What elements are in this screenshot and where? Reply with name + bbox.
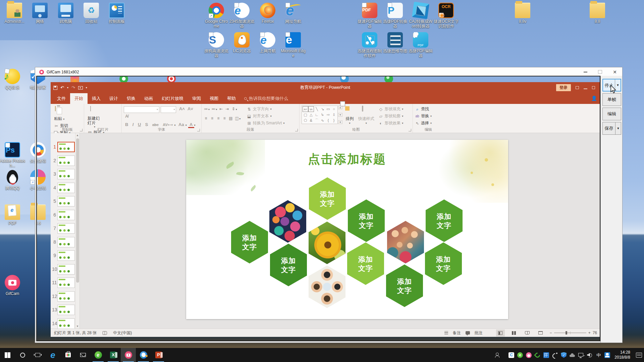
paste-button[interactable]: 粘贴 ▾ [53, 106, 66, 122]
underline-button[interactable]: U [137, 122, 142, 127]
decrease-indent-icon[interactable]: ⇤ [219, 107, 223, 111]
hexagon-photo-kids-circle[interactable] [309, 265, 345, 308]
tab-文件[interactable]: 文件 [53, 93, 70, 104]
ppt-minimize-icon[interactable] [584, 88, 587, 89]
desktop-icon-pdf_folder[interactable]: PDF [0, 204, 25, 226]
taskbar-excel-button[interactable]: X [106, 348, 121, 362]
tray-360-icon[interactable] [517, 352, 523, 358]
clipboard-dialog-launcher[interactable] [80, 129, 83, 131]
taskbar-edge-button[interactable]: e [45, 348, 60, 362]
hexagon-photo-sunflower[interactable] [309, 222, 345, 264]
line-spacing-icon[interactable]: ⇕ [231, 107, 236, 111]
tray-shield-icon[interactable] [561, 352, 567, 358]
gifcam-close-button[interactable]: ✕ [607, 67, 622, 76]
slide-thumbnail-14[interactable]: 14 [52, 318, 75, 329]
customize-qat-icon[interactable]: ▾ [86, 86, 87, 89]
tab-开始[interactable]: 开始 [70, 93, 88, 104]
desktop-icon-js_ocr[interactable]: 捷速OCR文字识别软件 [433, 3, 459, 28]
desktop-icon-folder_86[interactable]: 8.6 [25, 204, 51, 226]
font-name-combo[interactable]: ▾ [124, 106, 159, 113]
slideshow-button[interactable] [536, 329, 545, 337]
thumbnail-scrollbar[interactable]: ▲ ▼ [75, 133, 79, 328]
italic-button[interactable]: I [131, 122, 135, 127]
desktop-icon-web_nav[interactable]: 上网导航 [255, 32, 280, 53]
paragraph-dialog-launcher[interactable] [295, 129, 298, 131]
desktop-icon-xj_pdf_converter[interactable]: 迅捷PDF转换器 [382, 3, 408, 28]
align-left-icon[interactable]: ≡ [204, 116, 208, 121]
distribute-icon[interactable]: ▤ [228, 116, 233, 121]
slide-sorter-button[interactable] [509, 329, 518, 337]
align-text-button[interactable]: ⬓对齐文本 ▾ [247, 113, 285, 119]
zoom-slider[interactable] [554, 333, 586, 333]
grow-font-button[interactable]: A˄ [178, 106, 186, 111]
desktop-icon-network[interactable]: 网络 [27, 3, 53, 24]
desktop-icon-xj_flowchart[interactable]: 迅捷流程图制作软件 [357, 32, 382, 58]
hexagon-text-3[interactable]: 添加文字 [348, 199, 385, 242]
desktop-icon-firefox[interactable]: Firefox [255, 3, 280, 24]
text-direction-button[interactable]: ⇅文字方向 ▾ [247, 106, 285, 112]
save-icon[interactable] [53, 86, 57, 90]
drawing-dialog-launcher[interactable] [409, 129, 411, 131]
gifcam-edit-button[interactable]: 编辑 [602, 108, 621, 120]
taskbar-gifcam-button[interactable] [121, 348, 136, 362]
desktop-icon-chrome[interactable]: Google Chrome [204, 3, 229, 28]
desktop-icon-administrator[interactable]: Administr... [2, 3, 27, 24]
bullets-icon[interactable]: ≔ [204, 107, 208, 111]
hexagon-text-12[interactable]: 添加文字 [386, 264, 423, 307]
hexagon-photo-children[interactable] [387, 221, 424, 263]
scrollbar-thumb[interactable] [76, 138, 79, 283]
zoom-percentage[interactable]: 76 [593, 330, 597, 335]
language-status[interactable]: 中文(中国) [113, 330, 132, 336]
desktop-icon-js_pdf_editor[interactable]: 捷速PDF编辑器 [357, 3, 382, 28]
hexagon-text-4[interactable]: 添加文字 [426, 199, 463, 242]
thumbnail-preview[interactable] [57, 250, 75, 261]
tray-qq-icon[interactable] [604, 352, 610, 358]
taskbar-qq-button[interactable] [136, 348, 151, 362]
task-view-button[interactable] [30, 348, 45, 362]
tray-cloud-icon[interactable] [570, 352, 575, 358]
font-size-combo[interactable]: ▾ [161, 106, 176, 113]
undo-dropdown[interactable]: ▾ [67, 86, 68, 89]
desktop-icon-folder_88v[interactable]: 8.8v [510, 3, 535, 24]
hexagon-text-9[interactable]: 添加文字 [347, 242, 384, 285]
convert-smartart-button[interactable]: ⊞转换为 SmartArt ▾ [247, 120, 285, 126]
bold-button[interactable]: B [124, 122, 129, 127]
taskbar-store-button[interactable] [60, 348, 75, 362]
tray-fetion-icon[interactable] [535, 352, 540, 358]
zoom-in-button[interactable]: + [588, 330, 591, 335]
slide-thumbnail-7[interactable]: 7 [52, 223, 75, 234]
notes-toggle[interactable]: 备注 [453, 330, 461, 336]
font-dialog-launcher[interactable] [197, 129, 200, 131]
select-button[interactable]: ⇖选择 ▾ [415, 120, 432, 126]
change-case-button[interactable]: Aa [177, 122, 185, 127]
quick-styles-button[interactable]: 快速样式▾ [357, 106, 376, 125]
slide-thumbnail-10[interactable]: 10 [52, 264, 75, 275]
char-spacing-button[interactable]: AV⟷ [161, 123, 174, 127]
slide-thumbnail-8[interactable]: 8 [52, 237, 75, 247]
gifcam-title-bar[interactable]: GifCam 1681x802 ✕ [35, 67, 623, 76]
desktop-icon-bird_wallpaper[interactable]: 小鸟壁纸 [25, 169, 51, 190]
comments-icon[interactable] [466, 331, 470, 335]
tab-视图[interactable]: 视图 [205, 93, 223, 104]
start-slideshow-icon[interactable] [78, 86, 83, 89]
undo-icon[interactable]: ↶ [60, 85, 64, 90]
slide-thumbnail-12[interactable]: 12 [52, 291, 75, 302]
thumbnail-preview[interactable] [57, 156, 75, 166]
desktop-icon-xj_pdf_editor2[interactable]: 迅捷PDF编辑器 [408, 32, 433, 58]
thumbnail-preview[interactable] [57, 305, 75, 315]
thumbnail-preview[interactable] [57, 183, 75, 193]
tab-设计[interactable]: 设计 [105, 93, 122, 104]
hexagon-photo-balloons[interactable] [269, 200, 306, 243]
tray-satellite-icon[interactable] [552, 352, 558, 358]
slide-thumbnail-1[interactable]: 1 [52, 142, 75, 152]
slide-title[interactable]: 点击添加标题 [186, 151, 508, 168]
increase-indent-icon[interactable]: ⇥ [225, 107, 229, 111]
hexagon-text-10[interactable]: 添加文字 [425, 242, 462, 285]
tab-动画[interactable]: 动画 [140, 93, 157, 104]
tab-幻灯片放映[interactable]: 幻灯片放映 [157, 93, 188, 104]
shrink-font-button[interactable]: A˅ [186, 106, 195, 111]
slide-thumbnail-6[interactable]: 6 [52, 210, 75, 220]
tab-审阅[interactable]: 审阅 [188, 93, 205, 104]
ribbon-display-options-icon[interactable] [576, 86, 579, 89]
tab-插入[interactable]: 插入 [88, 93, 105, 104]
